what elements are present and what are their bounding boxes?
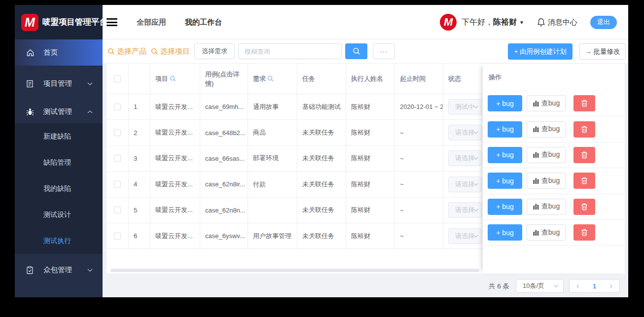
prev-page-button[interactable]: ‹ <box>576 282 579 290</box>
case-link[interactable]: case_69mh... <box>200 94 248 119</box>
chevron-down-icon <box>473 235 478 238</box>
view-bug-button[interactable]: 查bug <box>527 95 566 111</box>
add-bug-button[interactable]: + bug <box>488 121 522 138</box>
sidebar-item-test-design[interactable]: 测试设计 <box>15 202 103 228</box>
sidebar-item-statistics[interactable]: 数据统计 <box>15 293 103 297</box>
row-checkbox[interactable] <box>114 129 121 136</box>
sidebar-item-projects[interactable]: 项目管理 <box>15 70 103 97</box>
view-bug-button[interactable]: 查bug <box>527 173 566 189</box>
logo-block: M 唛盟项目管理平台 <box>15 5 103 39</box>
row-checkbox[interactable] <box>114 233 121 240</box>
case-link[interactable]: case_6yswv... <box>200 223 248 248</box>
user-greeting[interactable]: 下午好，陈裕财 <box>462 17 517 28</box>
sidebar-item-test-management[interactable]: 测试管理 <box>15 99 103 125</box>
view-bug-button[interactable]: 查bug <box>527 147 566 163</box>
case-link[interactable]: case_62n8ir... <box>200 172 248 197</box>
search-icon[interactable] <box>267 75 274 82</box>
case-link[interactable]: case_66sas... <box>200 146 248 171</box>
page-size-select[interactable]: 10条/页 <box>516 279 564 293</box>
bar-chart-icon <box>533 101 539 106</box>
column-project: 项目 <box>150 64 200 94</box>
column-executor: 执行人姓名 <box>346 64 395 94</box>
bar-chart-icon <box>533 126 539 132</box>
sidebar-item-test-execution[interactable]: 测试执行 <box>15 228 103 254</box>
add-bug-button[interactable]: + bug <box>488 199 522 215</box>
batch-edit-button[interactable]: → 批量修改 <box>579 43 626 60</box>
sidebar-item-my-defects[interactable]: 我的缺陷 <box>15 176 103 202</box>
sidebar-item-home[interactable]: 首页 <box>15 39 103 66</box>
status-select[interactable]: 测试中 <box>448 99 482 115</box>
horizontal-scrollbar[interactable] <box>110 269 479 272</box>
status-select[interactable]: 请选择 <box>448 125 482 141</box>
add-bug-button[interactable]: + bug <box>488 95 522 111</box>
message-center-link[interactable]: 消息中心 <box>548 18 577 27</box>
add-bug-button[interactable]: + bug <box>488 147 522 163</box>
search-icon <box>107 48 115 55</box>
action-row: + bug 查bug <box>483 142 625 168</box>
hamburger-menu-icon[interactable] <box>107 18 117 26</box>
column-actions: 操作 <box>483 64 625 91</box>
top-bar-right: M 下午好，陈裕财 ▼ 消息中心 退出 <box>440 5 617 39</box>
case-link[interactable]: case_62n8n... <box>200 198 248 223</box>
sidebar-item-crowdsourcing[interactable]: 众包管理 <box>15 257 103 283</box>
sidebar-item-new-defect[interactable]: 新建缺陷 <box>15 123 103 149</box>
view-bug-button[interactable]: 查bug <box>527 224 566 241</box>
row-checkbox[interactable] <box>114 181 121 188</box>
nav-my-workbench[interactable]: 我的工作台 <box>185 18 222 27</box>
delete-button[interactable] <box>573 173 595 189</box>
action-row: + bug 查bug <box>483 194 625 220</box>
select-requirement-button[interactable]: 选择需求 <box>194 43 235 59</box>
sidebar-item-defect-management[interactable]: 缺陷管理 <box>15 149 103 176</box>
row-checkbox[interactable] <box>114 155 121 162</box>
action-row: + bug 查bug <box>483 220 625 246</box>
chevron-up-icon <box>87 110 93 113</box>
delete-button[interactable] <box>573 147 595 163</box>
user-name: 陈裕财 <box>493 18 517 26</box>
search-icon <box>151 48 158 55</box>
add-bug-button[interactable]: + bug <box>488 173 522 189</box>
select-project-link[interactable]: 选择项目 <box>151 47 190 56</box>
logout-button[interactable]: 退出 <box>590 16 617 29</box>
next-page-button[interactable]: › <box>610 282 612 290</box>
greeting-text: 下午好， <box>462 18 493 26</box>
status-select[interactable]: 请选择 <box>448 150 482 166</box>
action-row: + bug 查bug <box>483 91 625 116</box>
search-button[interactable] <box>345 43 367 59</box>
view-bug-button[interactable]: 查bug <box>527 121 566 138</box>
status-select[interactable]: 请选择 <box>448 202 482 218</box>
search-icon[interactable] <box>170 75 176 82</box>
chevron-down-icon <box>554 284 559 287</box>
trash-icon <box>581 177 588 184</box>
sidebar-item-label: 众包管理 <box>43 265 72 275</box>
chevron-down-icon[interactable]: ▼ <box>519 20 524 25</box>
action-column-panel: 操作 + bug 查bug + bug 查bug <box>483 64 625 274</box>
bar-chart-icon <box>533 204 539 210</box>
row-checkbox[interactable] <box>114 104 121 110</box>
delete-button[interactable] <box>573 224 595 241</box>
select-all-checkbox[interactable] <box>114 75 121 82</box>
status-select[interactable]: 请选择 <box>448 228 482 244</box>
sidebar-submenu-test: 新建缺陷 缺陷管理 我的缺陷 测试设计 测试执行 <box>15 123 103 254</box>
delete-button[interactable] <box>573 199 595 215</box>
app-title: 唛盟项目管理平台 <box>42 17 107 28</box>
action-row: + bug 查bug <box>483 116 625 142</box>
page-number-1[interactable]: 1 <box>593 282 597 290</box>
create-plan-from-case-button[interactable]: + 由用例创建计划 <box>508 43 572 60</box>
chevron-down-icon <box>87 82 93 85</box>
row-checkbox[interactable] <box>114 207 121 213</box>
avatar[interactable]: M <box>440 14 457 31</box>
more-filters-button[interactable]: ··· <box>373 43 395 59</box>
add-bug-button[interactable]: + bug <box>488 224 522 241</box>
nav-all-apps[interactable]: 全部应用 <box>137 18 166 27</box>
delete-button[interactable] <box>573 95 595 111</box>
status-select[interactable]: 请选择 <box>448 176 482 192</box>
fuzzy-search-input[interactable] <box>238 43 342 59</box>
search-icon <box>353 47 360 55</box>
delete-button[interactable] <box>573 121 595 138</box>
case-link[interactable]: case_648b2... <box>200 120 248 145</box>
bell-icon[interactable] <box>537 18 545 27</box>
chevron-down-icon <box>473 131 478 134</box>
bar-chart-icon <box>533 178 539 184</box>
view-bug-button[interactable]: 查bug <box>527 199 566 215</box>
select-product-link[interactable]: 选择产品 <box>107 47 146 56</box>
